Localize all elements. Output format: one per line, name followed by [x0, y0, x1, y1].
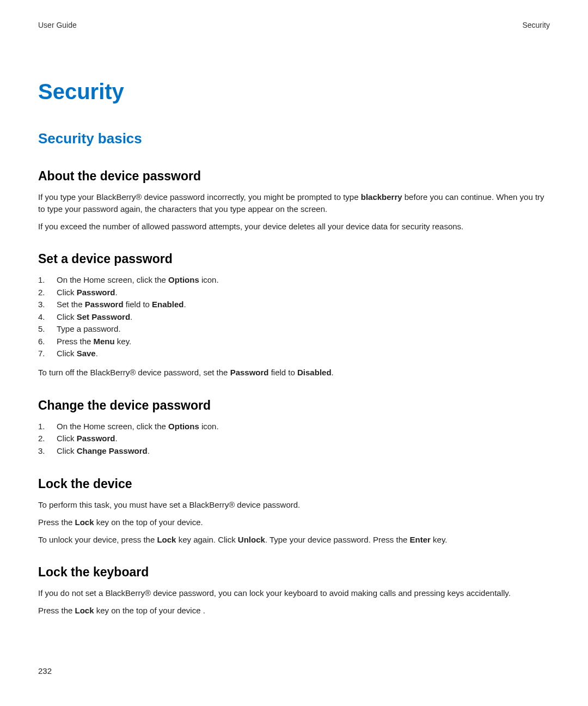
- text: Press the: [38, 518, 75, 527]
- text: field to: [269, 368, 298, 377]
- bold-text: Enabled: [152, 300, 183, 309]
- bold-text: Unlock: [238, 535, 265, 544]
- bold-text: Password: [85, 300, 124, 309]
- document-page: User Guide Security Security Security ba…: [0, 0, 588, 617]
- text: .: [115, 434, 118, 443]
- page-title: Security: [38, 80, 550, 104]
- list-item: Click Save.: [38, 348, 550, 360]
- list-item: Click Change Password.: [38, 445, 550, 458]
- bold-text: blackberry: [361, 192, 402, 202]
- bold-text: Lock: [157, 535, 176, 544]
- bold-text: Lock: [75, 518, 94, 527]
- bold-text: Options: [168, 422, 199, 431]
- list-item: Press the Menu key.: [38, 336, 550, 348]
- section-set-password: Set a device password On the Home screen…: [38, 252, 550, 378]
- list-item: On the Home screen, click the Options ic…: [38, 421, 550, 433]
- bold-text: Password: [230, 368, 269, 377]
- bold-text: Lock: [75, 606, 94, 615]
- bold-text: Password: [77, 288, 115, 297]
- text: To turn off the BlackBerry® device passw…: [38, 368, 230, 377]
- list-item: Click Password.: [38, 433, 550, 445]
- text: Press the: [57, 337, 94, 346]
- text: Press the: [38, 606, 75, 615]
- text: .: [148, 446, 150, 455]
- list-item: On the Home screen, click the Options ic…: [38, 274, 550, 287]
- text: On the Home screen, click the: [57, 422, 168, 431]
- text: key.: [431, 535, 448, 544]
- text: icon.: [199, 422, 219, 431]
- page-header: User Guide Security: [38, 21, 550, 29]
- text: .: [183, 300, 186, 309]
- heading-about: About the device password: [38, 169, 550, 184]
- bold-text: Save: [77, 349, 96, 358]
- list-item: Set the Password field to Enabled.: [38, 299, 550, 311]
- list-item: Click Set Password.: [38, 311, 550, 324]
- section-change-password: Change the device password On the Home s…: [38, 398, 550, 458]
- lock-device-p1: To perform this task, you must have set …: [38, 499, 550, 511]
- text: key again. Click: [176, 535, 237, 544]
- text: If you type your BlackBerry® device pass…: [38, 192, 361, 202]
- section-about: About the device password If you type yo…: [38, 169, 550, 232]
- section-lock-keyboard: Lock the keyboard If you do not set a Bl…: [38, 565, 550, 617]
- heading-lock-keyboard: Lock the keyboard: [38, 565, 550, 580]
- set-password-steps: On the Home screen, click the Options ic…: [38, 274, 550, 360]
- page-number: 232: [38, 666, 52, 675]
- section-title: Security basics: [38, 130, 550, 147]
- set-password-note: To turn off the BlackBerry® device passw…: [38, 367, 550, 379]
- text: .: [332, 368, 334, 377]
- change-password-steps: On the Home screen, click the Options ic…: [38, 421, 550, 458]
- text: key.: [115, 337, 132, 346]
- text: Click: [57, 349, 77, 358]
- bold-text: Password: [77, 434, 115, 443]
- text: . Type your device password. Press the: [265, 535, 410, 544]
- text: To unlock your device, press the: [38, 535, 157, 544]
- lock-keyboard-p1: If you do not set a BlackBerry® device p…: [38, 587, 550, 599]
- lock-keyboard-p2: Press the Lock key on the top of your de…: [38, 605, 550, 617]
- text: field to: [124, 300, 152, 309]
- text: Click: [57, 434, 77, 443]
- text: Set the: [57, 300, 85, 309]
- heading-set-password: Set a device password: [38, 252, 550, 266]
- text: icon.: [199, 275, 219, 284]
- heading-change-password: Change the device password: [38, 398, 550, 413]
- header-left: User Guide: [38, 21, 77, 29]
- bold-text: Change Password: [77, 446, 148, 455]
- text: .: [115, 288, 118, 297]
- text: Click: [57, 312, 77, 321]
- heading-lock-device: Lock the device: [38, 477, 550, 491]
- text: .: [96, 349, 98, 358]
- lock-device-p3: To unlock your device, press the Lock ke…: [38, 534, 550, 546]
- list-item: Type a password.: [38, 323, 550, 336]
- text: On the Home screen, click the: [57, 275, 168, 284]
- text: .: [130, 312, 132, 321]
- bold-text: Set Password: [77, 312, 130, 321]
- text: Click: [57, 446, 77, 455]
- header-right: Security: [522, 21, 550, 29]
- list-item: Click Password.: [38, 287, 550, 299]
- bold-text: Enter: [410, 535, 431, 544]
- about-paragraph-2: If you exceed the number of allowed pass…: [38, 221, 550, 233]
- bold-text: Options: [168, 275, 199, 284]
- text: Click: [57, 288, 77, 297]
- lock-device-p2: Press the Lock key on the top of your de…: [38, 516, 550, 528]
- about-paragraph-1: If you type your BlackBerry® device pass…: [38, 191, 550, 215]
- text: key on the top of your device.: [94, 518, 203, 527]
- bold-text: Disabled: [297, 368, 332, 377]
- text: Type a password.: [57, 324, 121, 333]
- text: key on the top of your device .: [94, 606, 205, 615]
- bold-text: Menu: [94, 337, 115, 346]
- section-lock-device: Lock the device To perform this task, yo…: [38, 477, 550, 545]
